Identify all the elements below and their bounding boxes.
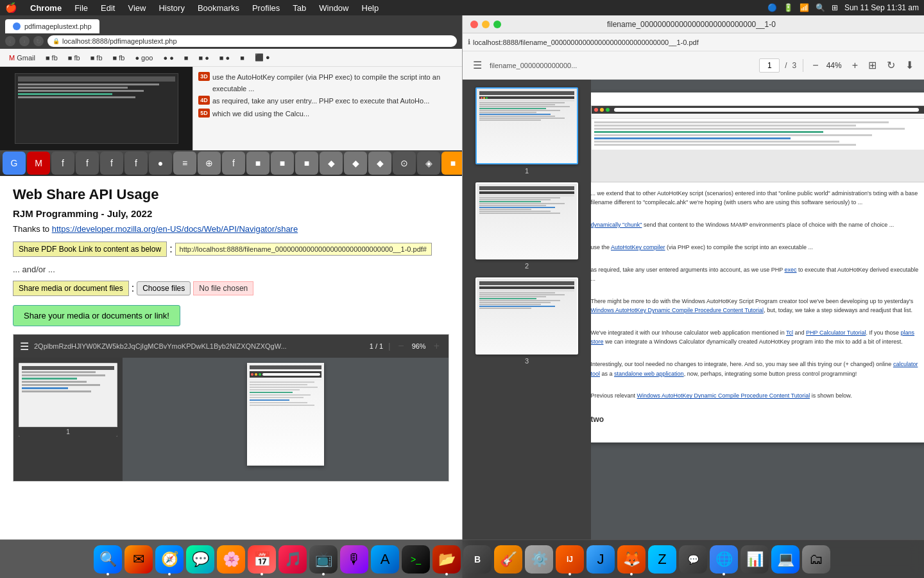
dock-app-chrome[interactable]: 🌐: [710, 545, 738, 574]
dock-app-app2[interactable]: 💻: [771, 545, 800, 574]
pdf-right-link-6[interactable]: PHP Calculator Tutorial: [806, 329, 866, 336]
bookmark-gmail[interactable]: M Gmail: [5, 51, 39, 64]
dock-icon-5[interactable]: f: [100, 152, 123, 175]
embedded-pdf-zoom-in[interactable]: +: [431, 338, 442, 355]
pdf-rotate-button[interactable]: ↻: [884, 57, 898, 74]
menu-profiles[interactable]: Profiles: [250, 3, 282, 13]
pdf-zoom-in-button[interactable]: +: [850, 57, 860, 74]
pdf-thumb-page-2[interactable]: [475, 182, 578, 259]
bookmark-3[interactable]: ■ fb: [87, 51, 107, 64]
search-icon[interactable]: 🔍: [816, 3, 825, 12]
share-pdf-button[interactable]: Share PDF Book Link to content as below: [13, 241, 167, 257]
apple-menu[interactable]: 🍎: [5, 2, 17, 13]
dock-app-photos[interactable]: 🌸: [217, 545, 245, 574]
chrome-tab-active[interactable]: pdfimageplustext.php: [5, 19, 99, 33]
menu-history[interactable]: History: [156, 3, 187, 13]
dock-app-zoom[interactable]: Z: [648, 545, 676, 574]
back-button[interactable]: ‹: [5, 36, 15, 46]
pdf-right-link-3[interactable]: exec: [785, 267, 797, 273]
dock-icon-16[interactable]: ◆: [368, 152, 391, 175]
thanks-link[interactable]: https://developer.mozilla.org/en-US/docs…: [52, 224, 298, 234]
forward-button[interactable]: ›: [19, 36, 30, 46]
pdf-zoom-out-button[interactable]: −: [810, 57, 821, 74]
dock-icon-19[interactable]: ■: [441, 152, 462, 175]
dock-icon-8[interactable]: ≡: [173, 152, 196, 175]
dock-app-messages[interactable]: 💬: [186, 545, 214, 574]
bookmark-11[interactable]: ⬛ ●: [251, 51, 274, 64]
dock-icon-15[interactable]: ◆: [344, 152, 367, 175]
bookmark-2[interactable]: ■ fb: [64, 51, 84, 64]
pdf-right-link-2[interactable]: AutoHotKey compiler: [611, 244, 665, 250]
dock-app-safari[interactable]: 🧭: [155, 545, 184, 574]
pdf-right-link-10[interactable]: Windows AutoHotKey Dynamic Compile Proce…: [637, 392, 810, 399]
bookmark-4[interactable]: ■ fb: [109, 51, 129, 64]
bookmark-1[interactable]: ■ fb: [42, 51, 62, 64]
dock-icon-10[interactable]: f: [222, 152, 245, 175]
refresh-button[interactable]: ↻: [33, 36, 44, 46]
dock-app-appstore[interactable]: A: [371, 545, 399, 574]
pdf-download-button[interactable]: ⬇: [903, 57, 916, 74]
dock-app-filezilla[interactable]: 📂: [432, 545, 461, 574]
dock-app-slack[interactable]: 💬: [679, 545, 707, 574]
dock-icon-1[interactable]: G: [3, 152, 26, 175]
dock-icon-18[interactable]: ◈: [417, 152, 440, 175]
control-center-icon[interactable]: ⊞: [832, 3, 838, 12]
share-media-button[interactable]: Share media or document files: [13, 281, 129, 296]
dock-icon-17[interactable]: ⊙: [393, 152, 416, 175]
embedded-pdf-thumb-1[interactable]: 1: [19, 363, 117, 437]
bookmark-6[interactable]: ● ●: [159, 51, 177, 64]
dock-app-tv[interactable]: 📺: [309, 545, 338, 574]
share-link-button[interactable]: Share your media or documents or link!: [13, 305, 180, 326]
dock-icon-6[interactable]: f: [124, 152, 148, 175]
dock-icon-13[interactable]: ■: [295, 152, 318, 175]
pdf-right-link-4[interactable]: Windows AutoHotKey Dynamic Compile Proce…: [591, 307, 764, 313]
menu-tab[interactable]: Tab: [290, 3, 309, 13]
address-bar[interactable]: 🔒 localhost:8888/pdfimageplustext.php: [47, 35, 457, 47]
bookmark-10[interactable]: ■: [236, 51, 248, 64]
dock-app-firefox[interactable]: 🦊: [617, 545, 646, 574]
menu-help[interactable]: Help: [359, 3, 382, 13]
dock-app-app3[interactable]: 🗂: [802, 545, 830, 574]
pdf-hamburger-button[interactable]: ☰: [470, 57, 484, 74]
dock-icon-7[interactable]: ●: [149, 152, 172, 175]
dock-app-intellij[interactable]: IJ: [556, 545, 584, 574]
pdf-right-link-1[interactable]: dynamically "chunk": [591, 222, 642, 228]
pdf-right-link-9[interactable]: standalone web application: [614, 371, 684, 377]
dock-app-podcasts[interactable]: 🎙: [340, 545, 368, 574]
dock-icon-3[interactable]: f: [51, 152, 74, 175]
dock-app-calendar[interactable]: 📅: [248, 545, 276, 574]
pdf-main-view[interactable]: ... we extend that to other AutoHotKey s…: [591, 80, 924, 578]
menu-bookmarks[interactable]: Bookmarks: [195, 3, 242, 13]
dock-app-settings[interactable]: ⚙️: [525, 545, 553, 574]
dock-app-finder[interactable]: 🔍: [94, 545, 122, 574]
dock-icon-14[interactable]: ◆: [320, 152, 343, 175]
menu-edit[interactable]: Edit: [98, 3, 117, 13]
dock-icon-9[interactable]: ⊕: [198, 152, 221, 175]
bookmark-9[interactable]: ■ ●: [216, 51, 234, 64]
dock-icon-4[interactable]: f: [76, 152, 99, 175]
bookmark-7[interactable]: ■: [180, 51, 193, 64]
bookmark-5[interactable]: ● goo: [131, 51, 157, 64]
pdf-fit-page-button[interactable]: ⊞: [866, 57, 879, 74]
dock-icon-2[interactable]: M: [27, 152, 50, 175]
dock-app-jira[interactable]: J: [586, 545, 615, 574]
pdf-hamburger-icon[interactable]: ☰: [20, 340, 29, 353]
menu-window[interactable]: Window: [316, 3, 351, 13]
pdf-thumb-page-3[interactable]: [475, 277, 578, 355]
choose-files-button[interactable]: Choose files: [137, 281, 191, 295]
dock-app-music[interactable]: 🎵: [278, 545, 307, 574]
menu-file[interactable]: File: [72, 3, 90, 13]
pdf-right-link-5[interactable]: Tcl: [786, 329, 793, 336]
dock-icon-12[interactable]: ■: [271, 152, 294, 175]
pdf-thumb-page-1[interactable]: [475, 87, 578, 164]
dock-app-bbedit[interactable]: B: [463, 545, 492, 574]
dock-app-terminal[interactable]: >_: [402, 545, 430, 574]
dock-app-app1[interactable]: 📊: [740, 545, 769, 574]
dock-app-garage[interactable]: 🎸: [494, 545, 522, 574]
menu-view[interactable]: View: [125, 3, 148, 13]
pdf-right-link-7[interactable]: plans store: [591, 329, 914, 345]
dock-app-mail[interactable]: ✉: [124, 545, 153, 574]
embedded-pdf-zoom-out[interactable]: −: [395, 338, 406, 355]
share-pdf-input[interactable]: [175, 243, 432, 256]
dock-icon-11[interactable]: ■: [246, 152, 270, 175]
